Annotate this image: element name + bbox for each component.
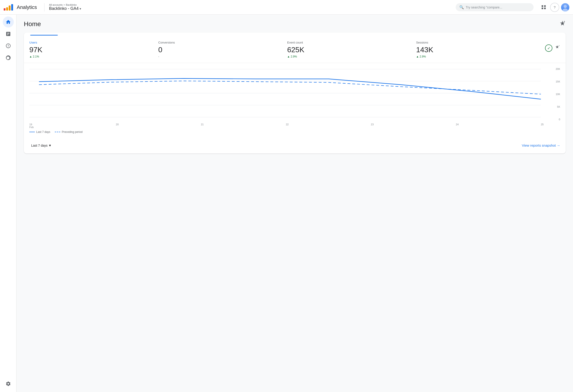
check-circle-icon: ✓ xyxy=(545,44,552,52)
metric-conversions-change: - xyxy=(158,55,287,58)
x-label-22: 22 xyxy=(286,123,288,129)
date-range-label: Last 7 days xyxy=(31,144,48,147)
card-footer: Last 7 days ▾ View reports snapshot → xyxy=(24,138,566,153)
page-header: Home xyxy=(24,20,566,28)
metric-sessions-label: Sessions xyxy=(416,41,545,44)
main-layout: Home Users 97K ▲ 2.1% xyxy=(0,15,573,392)
main-content: Home Users 97K ▲ 2.1% xyxy=(17,15,573,392)
google-analytics-logo xyxy=(4,4,13,11)
y-axis-labels: 20K 15K 10K 5K 0 xyxy=(552,67,560,122)
x-label-25: 25 xyxy=(541,123,544,129)
app-title: Analytics xyxy=(17,4,37,10)
legend-dashed-line xyxy=(55,132,60,132)
chart-container: 20K 15K 10K 5K 0 xyxy=(29,67,560,122)
property-chevron-icon: ▾ xyxy=(80,7,81,11)
metric-events-change: ▲ 2.9% xyxy=(287,55,416,58)
sidebar-item-advertising[interactable] xyxy=(3,52,14,63)
sidebar-item-explore[interactable] xyxy=(3,40,14,51)
svg-point-1 xyxy=(562,8,568,11)
analytics-card: Users 97K ▲ 2.1% Conversions 0 - Event c… xyxy=(24,33,566,153)
metric-sessions-value: 143K xyxy=(416,46,545,54)
sidebar-item-reports[interactable] xyxy=(3,28,14,39)
logo-bar-orange-tall xyxy=(9,5,11,11)
sparkle-icon xyxy=(554,44,560,52)
y-label-10k: 10K xyxy=(555,93,560,96)
metric-status-icons: ✓ xyxy=(545,41,560,63)
metric-conversions[interactable]: Conversions 0 - xyxy=(158,41,287,63)
help-button[interactable]: ? xyxy=(550,3,559,12)
y-label-20k: 20K xyxy=(555,68,560,70)
chart-svg xyxy=(29,67,560,122)
y-label-15k: 15K xyxy=(555,80,560,83)
x-label-24: 24 xyxy=(456,123,459,129)
top-navigation: Analytics All accounts > Backlinko Backl… xyxy=(0,0,573,15)
view-reports-label: View reports snapshot xyxy=(522,143,556,147)
metric-conversions-value: 0 xyxy=(158,46,287,54)
insights-button[interactable] xyxy=(559,20,566,28)
logo-bar-blue xyxy=(11,4,13,11)
y-label-5k: 5K xyxy=(557,105,560,108)
metric-events-value: 625K xyxy=(287,46,416,54)
breadcrumb-parent[interactable]: All accounts xyxy=(49,3,63,6)
dashed-line xyxy=(39,81,541,94)
sidebar-item-home[interactable] xyxy=(3,17,14,28)
legend-last-7-days: Last 7 days xyxy=(29,130,50,134)
page-title: Home xyxy=(24,20,41,28)
x-label-19: 19Feb xyxy=(29,123,34,129)
x-label-21: 21 xyxy=(201,123,203,129)
apps-grid-button[interactable] xyxy=(539,3,548,12)
x-axis: 19Feb 20 21 22 23 24 25 xyxy=(29,122,553,129)
breadcrumb-current: Backlinko xyxy=(66,3,76,6)
user-avatar[interactable] xyxy=(561,3,569,11)
y-label-0: 0 xyxy=(559,118,560,121)
x-label-20: 20 xyxy=(116,123,119,129)
search-bar[interactable]: 🔍 Try searching "compare... xyxy=(456,3,534,11)
solid-line xyxy=(39,78,541,99)
metric-users-change: ▲ 2.1% xyxy=(29,55,158,58)
breadcrumb: All accounts > Backlinko xyxy=(49,3,81,6)
chart-legend: Last 7 days Preceding period xyxy=(29,129,560,135)
date-range-chevron-icon: ▾ xyxy=(49,143,51,148)
logo-bar-red xyxy=(4,8,5,11)
svg-point-0 xyxy=(564,5,567,8)
metrics-row: Users 97K ▲ 2.1% Conversions 0 - Event c… xyxy=(24,36,566,63)
logo-bar-orange-short xyxy=(6,7,8,11)
metric-users-value: 97K xyxy=(29,46,158,54)
metric-events-label: Event count xyxy=(287,41,416,44)
chart-area: 20K 15K 10K 5K 0 19Feb 20 21 22 23 xyxy=(24,63,566,138)
view-reports-snapshot-link[interactable]: View reports snapshot → xyxy=(522,143,560,147)
date-range-button[interactable]: Last 7 days ▾ xyxy=(29,142,53,149)
nav-icons: ? xyxy=(539,3,569,12)
x-label-23: 23 xyxy=(371,123,374,129)
search-icon: 🔍 xyxy=(459,5,464,9)
legend-preceding-period: Preceding period xyxy=(55,130,83,134)
account-navigation: All accounts > Backlinko Backlinko - GA4… xyxy=(49,3,81,11)
sidebar-item-settings[interactable] xyxy=(3,379,14,390)
grid-icon xyxy=(542,5,546,9)
metric-conversions-label: Conversions xyxy=(158,41,287,44)
legend-preceding-period-label: Preceding period xyxy=(62,130,83,134)
search-placeholder: Try searching "compare... xyxy=(466,5,502,9)
metric-sessions[interactable]: Sessions 143K ▲ 2.9% xyxy=(416,41,545,63)
legend-solid-line xyxy=(29,132,35,132)
legend-last-7-days-label: Last 7 days xyxy=(36,130,50,134)
metric-users-label: Users xyxy=(29,41,158,44)
metric-sessions-change: ▲ 2.9% xyxy=(416,55,545,58)
nav-divider xyxy=(44,3,44,11)
property-name-text: Backlinko - GA4 xyxy=(49,6,79,11)
view-reports-arrow-icon: → xyxy=(557,143,560,147)
metric-events[interactable]: Event count 625K ▲ 2.9% xyxy=(287,41,416,63)
property-selector[interactable]: Backlinko - GA4 ▾ xyxy=(49,6,81,11)
avatar-image xyxy=(561,3,569,11)
sidebar xyxy=(0,15,17,392)
breadcrumb-separator: > xyxy=(63,4,65,6)
metric-users[interactable]: Users 97K ▲ 2.1% xyxy=(29,41,158,63)
